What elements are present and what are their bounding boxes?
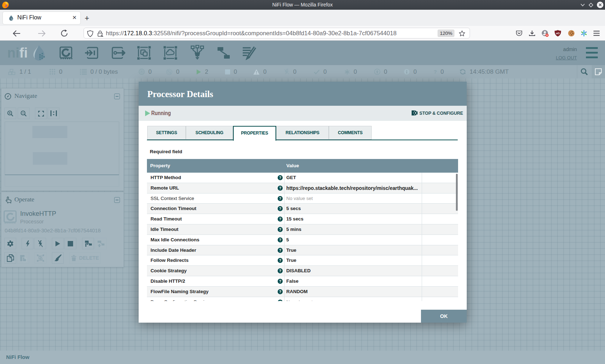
svg-text:uO: uO — [556, 32, 560, 35]
